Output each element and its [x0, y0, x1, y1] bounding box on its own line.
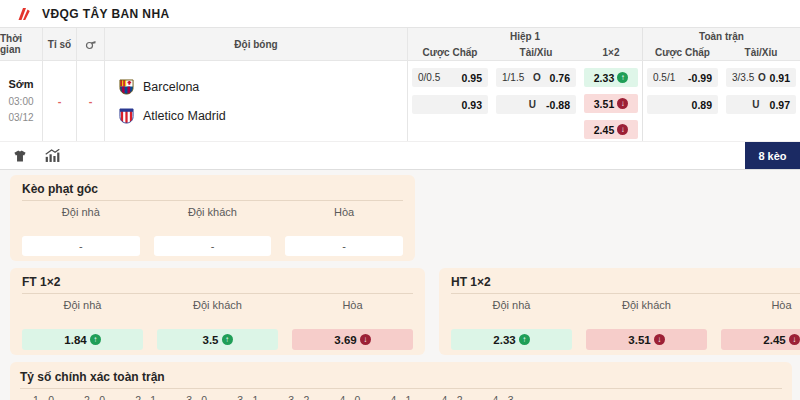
- score-column: 4 - 2 33↓ 79↑: [429, 394, 476, 400]
- home-team-row[interactable]: Barcelona: [119, 79, 199, 95]
- over-label: O: [533, 72, 541, 83]
- odds-value: 0.93: [462, 99, 482, 111]
- score-label: 4 - 0: [326, 394, 373, 400]
- column-handicap-h1: Cược Chấp: [408, 44, 492, 60]
- under-label: U: [752, 99, 759, 110]
- odds-value: -0.88: [546, 99, 570, 111]
- odds-value: 0.89: [692, 99, 712, 111]
- odds-value: 0.91: [770, 72, 790, 84]
- ft-card-title: FT 1×2: [22, 273, 413, 294]
- h1-handicap-away-odds[interactable]: 0.93: [412, 95, 488, 114]
- ft-over-odds[interactable]: 3/3.5 O 0.91: [726, 68, 796, 87]
- bets-count-button[interactable]: 8 kèo: [745, 142, 800, 169]
- score-label: 3 - 1: [224, 394, 271, 400]
- down-arrow-icon: ↓: [789, 334, 800, 345]
- h1-over-odds[interactable]: 1/1.5 O 0.76: [496, 68, 576, 87]
- score-column: 3 - 2 15.5 25↑: [275, 394, 322, 400]
- score-label: 4 - 3: [480, 394, 527, 400]
- h1-ou-cell: 1/1.5 O 0.76 U -0.88: [492, 61, 580, 141]
- column-stat-icon: [77, 28, 105, 60]
- odds-value: 3.5: [203, 334, 219, 346]
- odds-value: 2.33: [594, 72, 614, 84]
- odds-value: 2.45: [594, 124, 614, 136]
- away-team-row[interactable]: Atletico Madrid: [119, 108, 226, 124]
- laliga-logo-icon: [14, 5, 32, 23]
- ou-line: 1/1.5: [502, 72, 524, 83]
- over-label: O: [758, 72, 766, 83]
- up-arrow-icon: ↑: [519, 334, 530, 345]
- league-header: VĐQG TÂY BAN NHA: [0, 0, 800, 28]
- whistle-icon: [85, 38, 97, 50]
- ft-ou-cell: 3/3.5 O 0.91 U 0.97: [722, 61, 800, 141]
- score-column: 4 - 1 25↓ 84↑: [377, 394, 424, 400]
- correct-score-title: Tỷ số chính xác toàn trận: [20, 368, 782, 389]
- odds-table: Thời gian Tỉ số Đội bóng Hiệp 1 Toàn trậ…: [0, 28, 800, 170]
- h1-1x2-draw-odds[interactable]: 2.45 ↓: [584, 120, 638, 139]
- down-arrow-icon: ↓: [654, 334, 665, 345]
- home-label: Đội nhà: [22, 201, 140, 222]
- ft-handicap-cell: 0.5/1 -0.99 0.89: [642, 61, 722, 141]
- match-stat: -: [77, 61, 105, 141]
- draw-label: Hòa: [721, 294, 800, 315]
- group-first-half: Hiệp 1: [408, 28, 642, 44]
- score-label: 3 - 2: [275, 394, 322, 400]
- odds-value: 0.95: [462, 72, 482, 84]
- ht-1x2-card: HT 1×2 Đội nhà Đội khách Hòa 2.33 ↑ 3.51…: [439, 268, 800, 355]
- away-label: Đội khách: [154, 201, 272, 222]
- correct-score-card: Tỷ số chính xác toàn trận 1 - 0 11↓ 16.5…: [10, 362, 792, 400]
- h1-handicap-cell: 0/0.5 0.95 0.93: [408, 61, 492, 141]
- jersey-icon[interactable]: [12, 149, 28, 163]
- draw-score-column: 4 - 4 214↑: [735, 394, 782, 400]
- tools-row: 8 kèo: [0, 141, 800, 169]
- match-row: Sớm 03:00 03/12 - -: [0, 61, 800, 141]
- ft-handicap-home-odds[interactable]: 0.5/1 -0.99: [647, 68, 718, 87]
- corner-draw-odds[interactable]: -: [285, 236, 403, 256]
- handicap-line: 0/0.5: [418, 72, 440, 83]
- draw-score-column: 3 - 3 37: [684, 394, 731, 400]
- match-time: Sớm 03:00 03/12: [0, 61, 43, 141]
- h1-1x2-home-odds[interactable]: 2.33 ↑: [584, 68, 638, 87]
- match-date: 03/12: [8, 110, 33, 127]
- corner-home-odds[interactable]: -: [22, 236, 140, 256]
- corner-odds-card: Kèo phạt góc Đội nhà Đội khách Hòa - - -: [10, 175, 415, 261]
- h1-under-odds[interactable]: U -0.88: [496, 95, 576, 114]
- score-column: 4 - 3 69 114↑: [480, 394, 527, 400]
- score-label: 3 - 0: [173, 394, 220, 400]
- ft-under-odds[interactable]: U 0.97: [726, 95, 796, 114]
- ft-draw-odds[interactable]: 3.69 ↓: [292, 329, 413, 350]
- score-label: 1 - 0: [20, 394, 67, 400]
- team-cell: Barcelona: [105, 61, 408, 141]
- ft-home-odds[interactable]: 1.84 ↑: [22, 329, 143, 350]
- score-column: 3 - 1 11.5↓ 27↑: [224, 394, 271, 400]
- draw-label: Hòa: [285, 201, 403, 222]
- barcelona-crest-icon: [119, 79, 134, 95]
- match-score: -: [43, 61, 77, 141]
- under-label: U: [529, 99, 536, 110]
- h1-1x2-cell: 2.33 ↑ 3.51 ↓ 2.45 ↓: [580, 61, 642, 141]
- draw-score-column: 2 - 2 10.5↑: [633, 394, 680, 400]
- odds-value: 1.84: [64, 334, 86, 346]
- score-label: 2 - 0: [71, 394, 118, 400]
- stats-chart-icon[interactable]: [44, 149, 61, 163]
- ht-home-odds[interactable]: 2.33 ↑: [451, 329, 572, 350]
- column-ou-ft: Tài/Xỉu: [722, 44, 800, 60]
- score-column: 2 - 0 11.5↓ 25↑: [71, 394, 118, 400]
- corner-away-odds[interactable]: -: [154, 236, 272, 256]
- h1-1x2-away-odds[interactable]: 3.51 ↓: [584, 94, 638, 113]
- column-score: Tỉ số: [43, 28, 77, 60]
- ht-draw-odds[interactable]: 2.45 ↓: [721, 329, 800, 350]
- ft-away-odds[interactable]: 3.5 ↑: [157, 329, 278, 350]
- draw-score-column: 0 - 0 21↑: [531, 394, 578, 400]
- ft-handicap-away-odds[interactable]: 0.89: [647, 95, 718, 114]
- odds-value: 0.97: [770, 99, 790, 111]
- score-label: 2 - 1: [122, 394, 169, 400]
- h1-handicap-home-odds[interactable]: 0/0.5 0.95: [412, 68, 488, 87]
- match-kickoff-time: 03:00: [8, 94, 33, 111]
- column-1x2-h1: 1×2: [580, 44, 642, 60]
- draw-label: Hòa: [292, 294, 413, 315]
- down-arrow-icon: ↓: [360, 334, 371, 345]
- ht-away-odds[interactable]: 3.51 ↓: [586, 329, 707, 350]
- odds-value: -0.99: [688, 72, 712, 84]
- home-label: Đội nhà: [451, 294, 572, 315]
- home-team-name: Barcelona: [143, 80, 199, 94]
